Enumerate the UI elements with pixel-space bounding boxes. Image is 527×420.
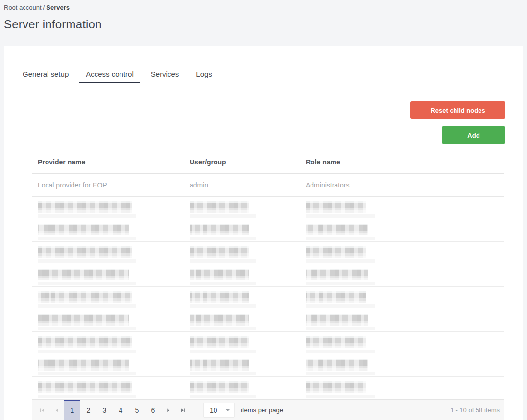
page-size-value: 10 [210, 406, 217, 414]
user-group-cell-redacted [184, 242, 300, 264]
role-name-cell-redacted [300, 354, 504, 376]
add-button[interactable]: Add [442, 126, 505, 144]
user-group-cell-redacted [184, 354, 300, 376]
pager-page-5[interactable]: 5 [129, 400, 145, 420]
user-group-cell-redacted [184, 377, 300, 399]
seek-end-icon[interactable] [176, 400, 191, 420]
user-group-cell: admin [184, 181, 300, 189]
user-group-cell-redacted [184, 264, 300, 286]
role-name-cell-redacted [300, 309, 504, 331]
user-group-cell-redacted [184, 197, 300, 219]
role-name-cell-redacted [300, 264, 504, 286]
breadcrumb-current: Servers [46, 4, 70, 11]
user-group-cell-redacted [184, 332, 300, 354]
chevron-down-icon [225, 409, 230, 411]
pager-page-4[interactable]: 4 [113, 400, 129, 420]
provider-name-cell-redacted [32, 354, 184, 376]
table-row-redacted[interactable] [32, 354, 504, 377]
table-body: Local provider for EOP admin Administrat… [32, 174, 504, 399]
column-header-provider-name[interactable]: Provider name [32, 158, 184, 166]
tab-logs[interactable]: Logs [190, 66, 218, 83]
role-name-cell-redacted [300, 287, 504, 309]
pager-pages: 123456 [64, 400, 161, 420]
provider-name-cell-redacted [32, 242, 184, 264]
seek-first-icon[interactable] [35, 400, 49, 420]
breadcrumb-root[interactable]: Root account [4, 4, 42, 11]
content-card: General setup Access control Services Lo… [4, 46, 523, 420]
page-size-dropdown[interactable]: 10 [203, 403, 235, 418]
toolbar-divider [437, 147, 509, 147]
pager-page-6[interactable]: 6 [145, 400, 161, 420]
pager: 123456 10 items per page 1 - 10 of 58 it… [32, 399, 504, 420]
tab-services[interactable]: Services [144, 66, 186, 83]
table-row-redacted[interactable] [32, 264, 504, 287]
role-name-cell-redacted [300, 219, 504, 241]
table-row-redacted[interactable] [32, 287, 504, 309]
access-control-table: Provider name User/group Role name Local… [32, 151, 504, 420]
tab-strip: General setup Access control Services Lo… [16, 66, 223, 83]
provider-name-cell: Local provider for EOP [32, 181, 184, 189]
table-row-redacted[interactable] [32, 197, 504, 219]
user-group-cell-redacted [184, 287, 300, 309]
reset-child-nodes-button[interactable]: Reset child nodes [410, 101, 505, 119]
pager-page-2[interactable]: 2 [80, 400, 96, 420]
role-name-cell-redacted [300, 197, 504, 219]
tab-access-control[interactable]: Access control [79, 66, 140, 83]
pager-page-1[interactable]: 1 [64, 400, 80, 420]
column-header-user-group[interactable]: User/group [184, 158, 300, 166]
pager-info: 1 - 10 of 58 items [451, 406, 504, 414]
breadcrumb: Root account/Servers [4, 4, 70, 11]
provider-name-cell-redacted [32, 287, 184, 309]
table-row-redacted[interactable] [32, 309, 504, 332]
table-row-redacted[interactable] [32, 332, 504, 354]
pager-page-3[interactable]: 3 [96, 400, 113, 420]
role-name-cell-redacted [300, 332, 504, 354]
role-name-cell-redacted [300, 242, 504, 264]
role-name-cell-redacted [300, 377, 504, 399]
table-header-row: Provider name User/group Role name [32, 151, 504, 174]
provider-name-cell-redacted [32, 197, 184, 219]
table-row-redacted[interactable] [32, 242, 504, 264]
arrow-left-icon[interactable] [49, 400, 64, 420]
page-title: Server information [4, 18, 102, 31]
table-row-redacted[interactable] [32, 377, 504, 399]
provider-name-cell-redacted [32, 332, 184, 354]
provider-name-cell-redacted [32, 377, 184, 399]
provider-name-cell-redacted [32, 264, 184, 286]
user-group-cell-redacted [184, 219, 300, 241]
table-row[interactable]: Local provider for EOP admin Administrat… [32, 174, 504, 197]
arrow-right-icon[interactable] [161, 400, 176, 420]
provider-name-cell-redacted [32, 219, 184, 241]
provider-name-cell-redacted [32, 309, 184, 331]
items-per-page-label: items per page [241, 406, 283, 414]
column-header-role-name[interactable]: Role name [300, 158, 504, 166]
tab-general-setup[interactable]: General setup [16, 66, 75, 83]
user-group-cell-redacted [184, 309, 300, 331]
role-name-cell: Administrators [300, 181, 504, 189]
breadcrumb-separator: / [43, 4, 45, 11]
table-row-redacted[interactable] [32, 219, 504, 242]
